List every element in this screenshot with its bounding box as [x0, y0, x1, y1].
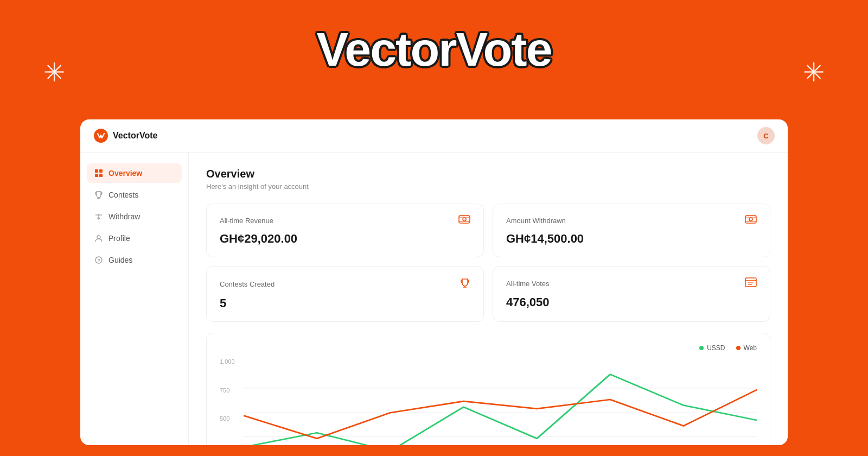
sidebar-item-overview[interactable]: Overview — [87, 163, 182, 183]
stat-card-withdrawn: Amount Withdrawn GH¢14,500.00 — [493, 204, 770, 257]
svg-point-17 — [749, 218, 752, 221]
withdraw-icon — [94, 212, 103, 221]
sidebar-item-profile[interactable]: Profile — [87, 229, 182, 248]
nav-avatar[interactable]: C — [757, 127, 775, 144]
stat-card-withdrawn-value: GH¢14,500.00 — [506, 232, 757, 246]
page-subtitle: Here's an insight of your account — [206, 182, 770, 191]
y-label-500: 500 — [220, 415, 241, 422]
svg-rect-16 — [745, 216, 756, 223]
chart-svg — [244, 358, 757, 445]
stat-card-revenue-header: All-time Revenue — [220, 215, 470, 226]
y-label-1000: 1,000 — [220, 358, 241, 365]
web-line — [244, 390, 757, 439]
votes-icon — [745, 277, 757, 290]
main-layout: Overview Contests — [80, 153, 788, 445]
stat-card-contests-label: Contests Created — [220, 280, 275, 288]
y-label-250: 250 — [220, 444, 241, 445]
svg-point-9 — [97, 236, 100, 239]
chart-container: USSD Web 1,000 750 500 250 — [206, 333, 770, 445]
y-axis-labels: 1,000 750 500 250 — [220, 358, 241, 445]
content-area: Overview Here's an insight of your accou… — [189, 153, 788, 445]
bg-star-right-icon: ✳ — [803, 60, 825, 86]
legend-item-ussd: USSD — [699, 344, 725, 352]
ussd-line — [244, 375, 757, 445]
chart-area: 1,000 750 500 250 — [220, 358, 757, 445]
stat-card-revenue: All-time Revenue GH¢29,020.00 — [206, 204, 484, 257]
svg-rect-23 — [745, 278, 756, 281]
stat-card-withdrawn-label: Amount Withdrawn — [506, 217, 566, 225]
legend-dot-web — [736, 346, 741, 350]
grid-icon — [94, 169, 103, 178]
stat-card-contests-header: Contests Created — [220, 277, 470, 291]
sidebar-item-withdraw[interactable]: Withdraw — [87, 207, 182, 226]
legend-item-web: Web — [736, 344, 757, 352]
stat-card-contests: Contests Created 5 — [206, 266, 484, 322]
stat-card-withdrawn-header: Amount Withdrawn — [506, 215, 757, 226]
svg-point-13 — [463, 218, 466, 221]
sidebar-item-guides-label: Guides — [108, 256, 132, 264]
sidebar-item-contests-label: Contests — [108, 191, 138, 199]
trophy-icon-contests — [459, 277, 470, 291]
svg-rect-12 — [459, 216, 470, 223]
nav-brand: VectorVote — [93, 128, 157, 143]
sidebar-item-overview-label: Overview — [108, 169, 142, 178]
guides-icon: ? — [94, 256, 103, 264]
stat-card-revenue-label: All-time Revenue — [220, 217, 273, 225]
svg-text:?: ? — [97, 258, 100, 263]
y-label-750: 750 — [220, 387, 241, 394]
page-title: Overview — [206, 168, 770, 180]
sidebar-item-profile-label: Profile — [108, 234, 130, 243]
legend-dot-ussd — [699, 346, 704, 350]
app-window: VectorVote C Overview — [80, 119, 788, 445]
bg-star-left-icon: ✳ — [43, 60, 65, 86]
app-title: VectorVote — [316, 22, 551, 77]
nav-bar: VectorVote C — [80, 119, 788, 153]
sidebar: Overview Contests — [80, 153, 189, 445]
svg-rect-1 — [95, 169, 98, 173]
stat-card-votes-header: All-time Votes — [506, 277, 757, 290]
stat-card-contests-value: 5 — [220, 296, 470, 311]
chart-legend: USSD Web — [220, 344, 757, 352]
sidebar-item-guides[interactable]: ? Guides — [87, 250, 182, 270]
nav-brand-name: VectorVote — [113, 131, 157, 141]
stat-card-votes: All-time Votes 476,050 — [493, 266, 770, 322]
profile-icon — [94, 234, 103, 243]
money-icon-revenue — [458, 215, 470, 226]
legend-label-ussd: USSD — [707, 344, 725, 352]
nav-logo-icon — [93, 128, 108, 143]
stat-card-votes-value: 476,050 — [506, 295, 757, 309]
svg-rect-4 — [99, 174, 103, 177]
sidebar-item-withdraw-label: Withdraw — [108, 212, 140, 221]
svg-rect-3 — [95, 174, 98, 177]
legend-label-web: Web — [744, 344, 757, 352]
stats-grid: All-time Revenue GH¢29,020.00 — [206, 204, 770, 322]
svg-rect-2 — [99, 169, 103, 173]
stat-card-revenue-value: GH¢29,020.00 — [220, 232, 470, 246]
money-icon-withdrawn — [745, 215, 757, 226]
trophy-icon — [94, 191, 103, 199]
sidebar-item-contests[interactable]: Contests — [87, 185, 182, 205]
stat-card-votes-label: All-time Votes — [506, 280, 549, 288]
